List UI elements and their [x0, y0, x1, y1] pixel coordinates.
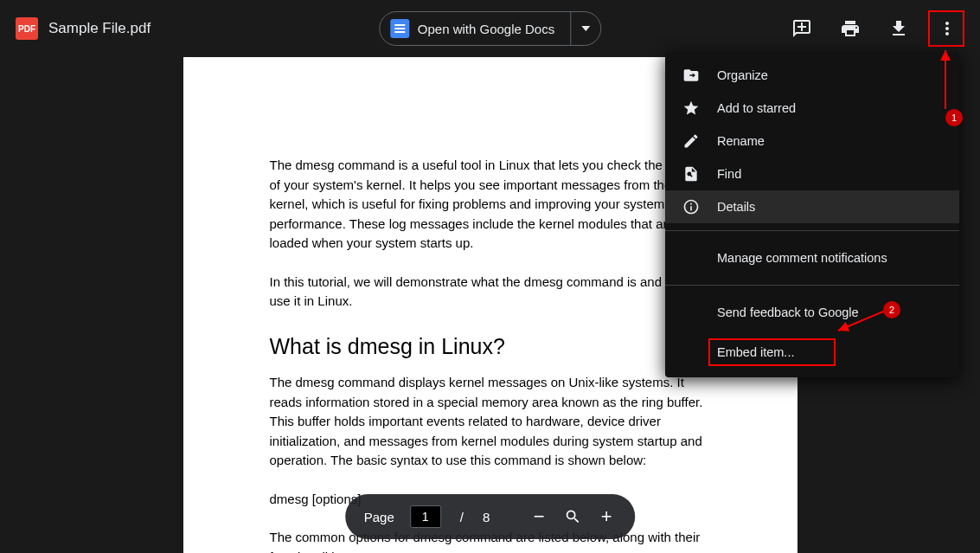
pdf-icon: PDF: [16, 17, 38, 40]
svg-line-2: [838, 312, 883, 331]
menu-rename[interactable]: Rename: [665, 125, 959, 158]
open-with-label: Open with Google Docs: [418, 22, 554, 36]
page-label: Page: [364, 510, 394, 524]
annotation-badge-2: 2: [883, 301, 900, 318]
annotation-arrow-2: [835, 308, 887, 334]
file-name: Sample File.pdf: [48, 20, 151, 37]
menu-manage-notifications[interactable]: Manage comment notifications: [665, 238, 959, 278]
zoom-in-button[interactable]: +: [597, 507, 616, 526]
open-with-dropdown[interactable]: [571, 12, 600, 45]
menu-send-feedback[interactable]: Send feedback to Google: [665, 293, 959, 332]
download-icon[interactable]: [888, 18, 909, 39]
annotation-box-1: [928, 10, 964, 47]
annotation-arrow-1: [937, 47, 954, 116]
chevron-down-icon: [581, 26, 590, 31]
menu-details[interactable]: Details: [665, 190, 959, 223]
star-icon: [682, 100, 700, 117]
folder-move-icon: [682, 67, 700, 84]
menu-organize[interactable]: Organize: [665, 59, 959, 92]
menu-add-starred[interactable]: Add to starred: [665, 92, 959, 125]
google-docs-icon: [390, 19, 409, 38]
doc-paragraph: In this tutorial, we will demonstrate wh…: [270, 273, 711, 312]
menu-find[interactable]: Find: [665, 158, 959, 190]
menu-separator: [665, 285, 959, 286]
pencil-icon: [682, 132, 700, 150]
annotation-badge-1: 1: [945, 109, 963, 126]
svg-point-0: [689, 173, 691, 176]
doc-heading: What is dmesg in Linux?: [270, 331, 711, 363]
page-separator: /: [460, 510, 464, 524]
more-options-menu: Organize Add to starred Rename Find Deta…: [665, 52, 959, 377]
menu-label: Details: [717, 200, 755, 214]
annotation-box-2: [708, 338, 836, 366]
info-icon: [682, 198, 700, 215]
menu-label: Rename: [717, 134, 765, 148]
menu-label: Organize: [717, 68, 768, 82]
menu-label: Manage comment notifications: [717, 251, 887, 265]
page-number-input[interactable]: [410, 505, 441, 528]
page-total: 8: [483, 510, 490, 524]
menu-label: Add to starred: [717, 101, 796, 115]
menu-label: Find: [717, 167, 741, 181]
find-in-page-icon: [682, 165, 700, 183]
doc-paragraph: The dmesg command is a useful tool in Li…: [270, 156, 711, 254]
zoom-out-button[interactable]: −: [529, 507, 548, 526]
zoom-icon[interactable]: [564, 508, 581, 525]
page-controls: Page / 8 − +: [345, 494, 636, 539]
add-comment-icon[interactable]: [791, 18, 812, 39]
print-icon[interactable]: [840, 18, 861, 39]
menu-embed-item[interactable]: Embed item...: [665, 332, 959, 372]
open-with-button[interactable]: Open with Google Docs: [379, 11, 601, 46]
menu-separator: [665, 230, 959, 231]
doc-paragraph: The dmesg command displays kernel messag…: [270, 373, 711, 471]
